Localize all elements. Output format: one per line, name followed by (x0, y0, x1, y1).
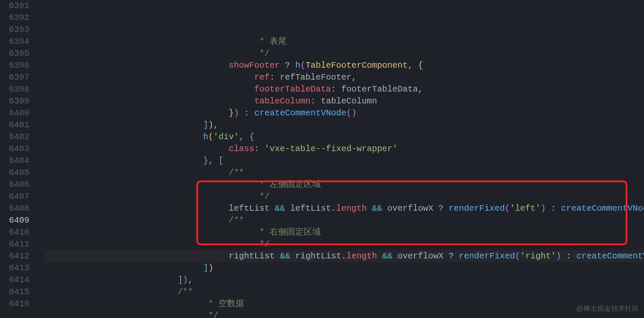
line-number: 6394 (0, 36, 29, 48)
line-number: 6397 (0, 72, 29, 83)
code-line[interactable]: ]) (45, 262, 644, 274)
line-number: 6393 (0, 24, 29, 36)
code-area[interactable]: * 表尾 */ showFooter ? h(TableFooterCompon… (45, 0, 644, 318)
line-number: 6396 (0, 60, 29, 72)
watermark-text: @稀土掘金技术社区 (576, 303, 639, 315)
code-line[interactable]: */ (45, 48, 644, 60)
code-line[interactable]: */ (45, 310, 644, 318)
code-line[interactable]: }) : createCommentVNode() (45, 107, 644, 119)
code-line[interactable]: class: 'vxe-table--fixed-wrapper' (45, 143, 644, 155)
code-line[interactable]: * 右侧固定区域 (45, 226, 644, 238)
line-number: 6401 (0, 119, 29, 131)
code-line[interactable]: */ (45, 238, 644, 250)
line-number: 6408 (0, 203, 29, 215)
code-line[interactable]: footerTableData: footerTableData, (45, 83, 644, 95)
code-line[interactable]: rightList && rightList.length && overflo… (45, 250, 644, 262)
code-line[interactable]: ]), (45, 274, 644, 286)
code-line[interactable]: * 左侧固定区域 (45, 179, 644, 191)
code-line[interactable]: showFooter ? h(TableFooterComponent, { (45, 60, 644, 72)
code-line[interactable]: /** (45, 286, 644, 298)
code-line[interactable]: }, [ (45, 155, 644, 167)
code-line[interactable]: */ (45, 191, 644, 203)
line-number: 6409 (0, 215, 29, 226)
line-number: 6399 (0, 95, 29, 107)
line-number: 6411 (0, 238, 29, 250)
code-line[interactable]: ]), (45, 119, 644, 131)
line-number: 6410 (0, 226, 29, 238)
code-line[interactable]: /** (45, 215, 644, 226)
code-line[interactable]: tableColumn: tableColumn (45, 95, 644, 107)
line-number: 6402 (0, 131, 29, 143)
line-number: 6398 (0, 83, 29, 95)
line-number: 6400 (0, 107, 29, 119)
code-line[interactable]: * 表尾 (45, 36, 644, 48)
code-line[interactable]: h('div', { (45, 131, 644, 143)
fold-ribbon (40, 0, 45, 318)
line-number: 6413 (0, 262, 29, 274)
code-line[interactable]: leftList && leftList.length && overflowX… (45, 203, 644, 215)
code-line[interactable]: /** (45, 167, 644, 179)
code-line[interactable]: ref: refTableFooter, (45, 72, 644, 83)
line-number: 6415 (0, 286, 29, 298)
line-number: 6403 (0, 143, 29, 155)
line-number: 6405 (0, 167, 29, 179)
line-number: 6406 (0, 179, 29, 191)
line-number: 6416 (0, 298, 29, 310)
code-line[interactable]: * 空数据 (45, 298, 644, 310)
line-number: 6391 (0, 0, 29, 12)
code-editor[interactable]: 6391639263936394639563966397639863996400… (0, 0, 644, 318)
line-number-gutter: 6391639263936394639563966397639863996400… (0, 0, 40, 318)
line-number: 6414 (0, 274, 29, 286)
line-number: 6407 (0, 191, 29, 203)
line-number: 6412 (0, 250, 29, 262)
line-number: 6392 (0, 12, 29, 24)
line-number: 6404 (0, 155, 29, 167)
line-number: 6395 (0, 48, 29, 60)
